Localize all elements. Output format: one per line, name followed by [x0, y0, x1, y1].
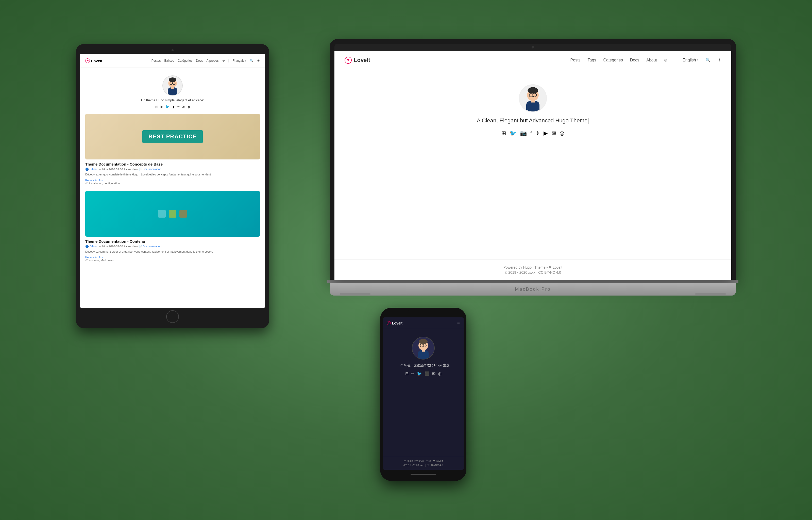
tablet-logo-icon: ❤ — [85, 58, 90, 63]
post2-title[interactable]: Thème Documentation - Contenu — [85, 239, 260, 243]
post-img-bestpractice: BEST PRACTICE — [85, 114, 260, 159]
tablet-avatar-svg — [163, 76, 182, 95]
post1-desc: Découvrez en quoi consiste le thème Hugo… — [85, 173, 260, 177]
phone-home-bar — [383, 471, 464, 477]
post1-readmore[interactable]: En savoir plus — [85, 179, 260, 182]
phone-home-line — [411, 474, 436, 475]
p-social-mail[interactable]: ✉ — [432, 371, 436, 376]
laptop-footer-line1: Powered by Hugo | Theme - ❤ LoveIt — [503, 265, 563, 269]
tablet-nav-apropos[interactable]: À propos — [206, 59, 219, 62]
laptop-mode-icon[interactable]: ☀ — [718, 58, 721, 62]
phone-screen: ❤ LoveIt ≡ — [383, 317, 464, 470]
post2-date: publié le 2020-03-05 — [98, 245, 123, 248]
tablet-logo[interactable]: ❤ LoveIt — [85, 58, 102, 63]
phone-notch-area — [383, 311, 464, 316]
laptop-footer-line2: © 2019 - 2020 xxxx | CC BY-NC 4.0 — [505, 270, 561, 275]
tablet-lang[interactable]: Français › — [233, 59, 246, 62]
phone-main: 一个简洁、优雅且高效的 Hugo 主题 ⊞ ✏ 🐦 ⬛ ✉ ◎ — [383, 329, 464, 384]
post1-title[interactable]: Thème Documentation - Concepts de Base — [85, 162, 260, 166]
tablet-avatar — [162, 75, 183, 96]
tablet-nav-postes[interactable]: Postes — [151, 59, 161, 62]
tablet-nav-links: Postes Balises Catégories Docs À propos … — [151, 59, 260, 62]
laptop-search-icon[interactable]: 🔍 — [705, 58, 710, 62]
svg-point-12 — [419, 339, 427, 344]
tablet-nav-docs[interactable]: Docs — [196, 59, 203, 62]
laptop-lang-arrow: › — [697, 58, 698, 62]
tablet-nav-categories[interactable]: Catégories — [178, 59, 192, 62]
phone-logo-icon: ❤ — [387, 321, 391, 325]
post1-author[interactable]: 🔵 Dillon — [85, 167, 97, 171]
social-github-icon[interactable]: ⊞ — [501, 130, 506, 137]
tablet-social-icons: ⊞ in 🐦 ◑ ✏ ✉ ◎ — [155, 105, 190, 109]
tablet-logo-text: LoveIt — [91, 59, 102, 63]
tablet-mode-icon[interactable]: ☀ — [257, 59, 260, 62]
post-image-2 — [85, 191, 260, 237]
post2-tags: 🏷 contenu, Markdown — [85, 259, 260, 262]
post2-category[interactable]: 📄Documentation — [139, 245, 161, 248]
tablet-search-icon[interactable]: 🔍 — [250, 59, 253, 62]
phone-notch — [408, 308, 439, 313]
social-youtube-icon[interactable]: ▶ — [543, 130, 548, 137]
svg-rect-10 — [171, 87, 174, 89]
social-email-icon[interactable]: ✉ — [552, 130, 556, 137]
t-social-edit[interactable]: ✏ — [177, 105, 180, 109]
p-social-wb[interactable]: ✏ — [411, 371, 414, 376]
tablet-home-indicator — [80, 310, 265, 323]
phone-logo[interactable]: ❤ LoveIt — [387, 321, 402, 325]
phone-avatar-svg — [412, 337, 434, 359]
tablet-outer: ❤ LoveIt Postes Balises Catégories Docs … — [76, 44, 269, 328]
laptop-avatar-svg — [520, 85, 546, 111]
post-img-content — [85, 191, 260, 237]
laptop-nav-tags[interactable]: Tags — [588, 58, 596, 62]
social-rss-icon[interactable]: ◎ — [560, 130, 564, 137]
bp-banner: BEST PRACTICE — [142, 130, 203, 143]
phone-device: ❤ LoveIt ≡ — [380, 308, 467, 481]
tablet-tagline: Un thème Hugo simple, élégant et efficac… — [141, 98, 204, 102]
t-social-other[interactable]: ◑ — [171, 105, 175, 109]
logo-icon: ❤ — [344, 57, 352, 64]
post-image-1: BEST PRACTICE — [85, 114, 260, 159]
tag-icon-1: 🏷 — [85, 182, 88, 185]
social-instagram-icon[interactable]: 📷 — [520, 130, 527, 137]
tablet-sep: | — [228, 59, 229, 62]
post1-category[interactable]: 📄Documentation — [139, 167, 161, 171]
phone-hamburger-icon[interactable]: ≡ — [457, 320, 460, 326]
laptop-device: ❤ LoveIt Posts Tags Categories Docs Abou… — [330, 39, 736, 295]
tablet-nav-balises[interactable]: Balises — [164, 59, 174, 62]
tablet-device: ❤ LoveIt Postes Balises Catégories Docs … — [76, 44, 269, 328]
svg-rect-5 — [531, 100, 535, 102]
social-facebook-icon[interactable]: f — [530, 130, 532, 137]
laptop-hinge — [327, 280, 738, 283]
laptop-nav-categories[interactable]: Categories — [603, 58, 623, 62]
social-twitter-icon[interactable]: 🐦 — [509, 130, 516, 137]
laptop-nav-docs[interactable]: Docs — [630, 58, 639, 62]
p-social-gh[interactable]: ⊞ — [405, 371, 409, 376]
tablet-home-button[interactable] — [166, 310, 179, 323]
t-social-tw[interactable]: 🐦 — [165, 105, 169, 109]
p-social-db[interactable]: ⬛ — [424, 371, 429, 376]
t-social-gh[interactable]: ⊞ — [155, 105, 158, 109]
laptop-nav-about[interactable]: About — [646, 58, 657, 62]
tablet-github-icon[interactable]: ⊕ — [222, 59, 225, 62]
social-telegram-icon[interactable]: ✈ — [535, 130, 540, 137]
t-social-in[interactable]: in — [160, 105, 163, 109]
t-social-rss[interactable]: ◎ — [187, 105, 190, 109]
laptop-foot-right — [695, 293, 726, 295]
post2-readmore[interactable]: En savoir plus — [85, 256, 260, 259]
laptop-camera — [532, 46, 534, 49]
laptop-nav-separator: | — [674, 58, 675, 62]
p-social-rss[interactable]: ◎ — [438, 371, 442, 376]
post2-author[interactable]: 🔵 Dillon — [85, 245, 97, 248]
laptop-screen: ❤ LoveIt Posts Tags Categories Docs Abou… — [334, 51, 731, 280]
laptop-nav-lang[interactable]: English › — [682, 58, 698, 62]
laptop-logo[interactable]: ❤ LoveIt — [344, 57, 370, 64]
laptop-logo-text: LoveIt — [354, 57, 370, 63]
laptop-nav-posts[interactable]: Posts — [570, 58, 581, 62]
svg-point-1 — [528, 87, 538, 94]
laptop-nav-github-icon[interactable]: ⊕ — [664, 58, 667, 62]
p-social-tw[interactable]: 🐦 — [417, 371, 422, 376]
laptop-foot-left — [340, 293, 370, 295]
phone-outer: ❤ LoveIt ≡ — [380, 308, 467, 481]
t-social-mail[interactable]: ✉ — [182, 105, 185, 109]
laptop-social-icons: ⊞ 🐦 📷 f ✈ ▶ ✉ ◎ — [501, 130, 564, 137]
